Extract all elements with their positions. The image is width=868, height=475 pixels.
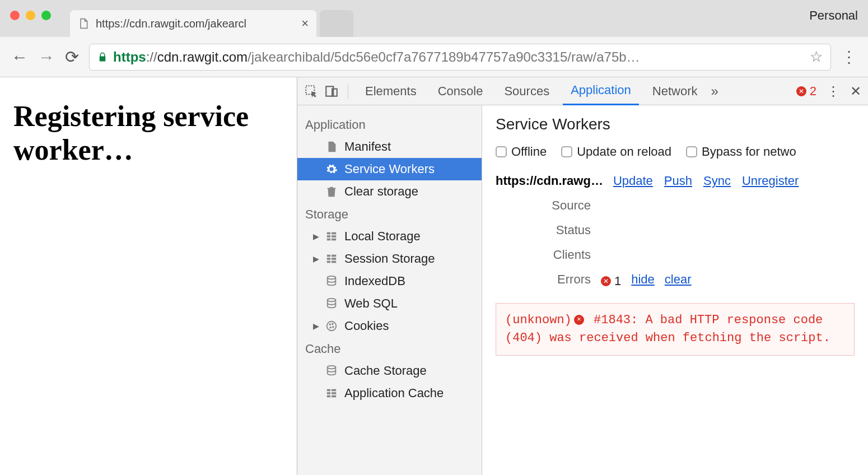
tab-sources[interactable]: Sources (496, 77, 557, 105)
sidebar-item-local-storage[interactable]: ▶ Local Storage (297, 225, 482, 248)
sidebar-item-indexeddb[interactable]: IndexedDB (297, 270, 482, 292)
sw-scope: https://cdn.rawg… (496, 174, 603, 188)
device-toolbar-icon[interactable] (324, 84, 339, 99)
sidebar-item-manifest[interactable]: Manifest (297, 136, 482, 158)
error-source: (unknown) (505, 313, 572, 327)
offline-checkbox[interactable]: Offline (496, 145, 547, 159)
new-tab-button[interactable] (320, 10, 353, 37)
svg-point-17 (327, 322, 337, 331)
profile-label[interactable]: Personal (809, 8, 858, 23)
sw-update-link[interactable]: Update (613, 174, 653, 188)
sidebar-item-label: Cookies (344, 319, 389, 333)
sw-errors-hide-link[interactable]: hide (631, 272, 655, 287)
disclosure-triangle-icon: ▶ (313, 254, 319, 263)
window-controls (10, 11, 51, 20)
sw-errors-clear-link[interactable]: clear (665, 272, 692, 287)
database-icon (325, 275, 338, 287)
sw-errors-row: Errors ✕ 1 hide clear (496, 272, 855, 288)
sidebar-item-websql[interactable]: Web SQL (297, 292, 482, 315)
svg-point-20 (330, 327, 331, 328)
sw-scope-row: https://cdn.rawg… Update Push Sync Unreg… (496, 174, 855, 188)
address-bar[interactable]: https://cdn.rawgit.com/jakearchibald/5dc… (89, 44, 831, 71)
tab-network[interactable]: Network (645, 77, 706, 105)
forward-button[interactable]: → (38, 48, 55, 67)
service-worker-options: Offline Update on reload Bypass for netw… (496, 145, 855, 159)
svg-rect-11 (327, 261, 330, 263)
sidebar-item-label: Web SQL (344, 296, 398, 311)
tab-application[interactable]: Application (563, 77, 639, 105)
devtools-close-button[interactable]: ✕ (850, 83, 861, 99)
sidebar-item-label: Cache Storage (344, 364, 427, 378)
page-body: Registering service worker… (0, 77, 297, 475)
application-sidebar: Application Manifest Service Workers Cle… (297, 105, 482, 475)
database-icon (325, 297, 338, 310)
sidebar-item-service-workers[interactable]: Service Workers (297, 158, 482, 180)
maximize-window-button[interactable] (41, 11, 51, 20)
reload-button[interactable]: ⟳ (65, 47, 79, 67)
devtools-tabbar: Elements Console Sources Application Net… (297, 77, 868, 105)
svg-rect-6 (332, 232, 336, 235)
browser-menu-button[interactable]: ⋮ (841, 48, 857, 66)
sidebar-item-cache-storage[interactable]: Cache Storage (297, 360, 482, 382)
url-scheme: https (113, 49, 146, 65)
url-host: cdn.rawgit.com (157, 49, 248, 65)
file-icon (325, 141, 338, 153)
svg-rect-26 (332, 389, 336, 392)
sidebar-item-clear-storage[interactable]: Clear storage (297, 180, 482, 203)
sidebar-item-label: Clear storage (344, 184, 418, 199)
bookmark-star-icon[interactable]: ☆ (810, 48, 823, 66)
sw-push-link[interactable]: Push (664, 174, 692, 188)
svg-rect-12 (332, 255, 336, 257)
svg-rect-14 (332, 261, 336, 263)
svg-point-19 (332, 323, 333, 324)
lock-icon (97, 51, 108, 63)
tab-title: https://cdn.rawgit.com/jakearcl (96, 17, 246, 30)
svg-point-18 (329, 324, 330, 325)
grid-icon (325, 387, 338, 399)
sidebar-group-cache: Cache (297, 337, 482, 360)
trash-icon (325, 185, 338, 198)
gear-icon (325, 163, 338, 175)
sw-sync-link[interactable]: Sync (703, 174, 731, 188)
svg-rect-4 (327, 235, 330, 238)
svg-rect-8 (332, 239, 336, 241)
grid-icon (325, 253, 338, 265)
sidebar-item-cookies[interactable]: ▶ Cookies (297, 315, 482, 337)
svg-rect-25 (327, 395, 330, 398)
sidebar-group-application: Application (297, 113, 482, 136)
tabs-overflow-button[interactable]: » (711, 83, 718, 99)
disclosure-triangle-icon: ▶ (313, 322, 319, 330)
svg-point-15 (328, 276, 336, 280)
sw-error-count: ✕ 1 (601, 274, 621, 288)
service-workers-panel: Service Workers Offline Update on reload… (482, 105, 868, 475)
sidebar-item-session-storage[interactable]: ▶ Session Storage (297, 248, 482, 270)
error-count-value: 2 (810, 84, 816, 99)
close-window-button[interactable] (10, 11, 20, 20)
error-icon: ✕ (574, 315, 584, 325)
devtools-body: Application Manifest Service Workers Cle… (297, 105, 868, 475)
minimize-window-button[interactable] (26, 11, 35, 20)
svg-rect-5 (327, 239, 330, 241)
sw-unregister-link[interactable]: Unregister (742, 174, 799, 188)
close-tab-button[interactable]: × (301, 16, 309, 31)
svg-point-22 (328, 366, 336, 369)
file-icon (78, 17, 89, 30)
svg-rect-3 (327, 232, 330, 235)
bypass-for-network-checkbox[interactable]: Bypass for netwo (686, 145, 796, 159)
devtools-menu-button[interactable]: ⋮ (827, 83, 840, 99)
tab-console[interactable]: Console (430, 77, 491, 105)
inspect-icon[interactable] (304, 84, 319, 99)
browser-tab-active[interactable]: https://cdn.rawgit.com/jakearcl × (70, 10, 316, 37)
sidebar-item-application-cache[interactable]: Application Cache (297, 382, 482, 404)
error-counter[interactable]: ✕ 2 (796, 84, 816, 99)
tab-elements[interactable]: Elements (357, 77, 424, 105)
page-heading: Registering service worker… (13, 100, 283, 167)
back-button[interactable]: ← (11, 48, 28, 67)
sidebar-item-label: IndexedDB (344, 274, 405, 288)
sw-status-row: Status (496, 223, 855, 238)
url-sep: :// (146, 49, 157, 65)
browser-tab-strip: https://cdn.rawgit.com/jakearcl × Person… (0, 0, 868, 37)
sidebar-item-label: Application Cache (344, 386, 444, 401)
svg-rect-23 (327, 389, 330, 392)
update-on-reload-checkbox[interactable]: Update on reload (561, 145, 671, 159)
